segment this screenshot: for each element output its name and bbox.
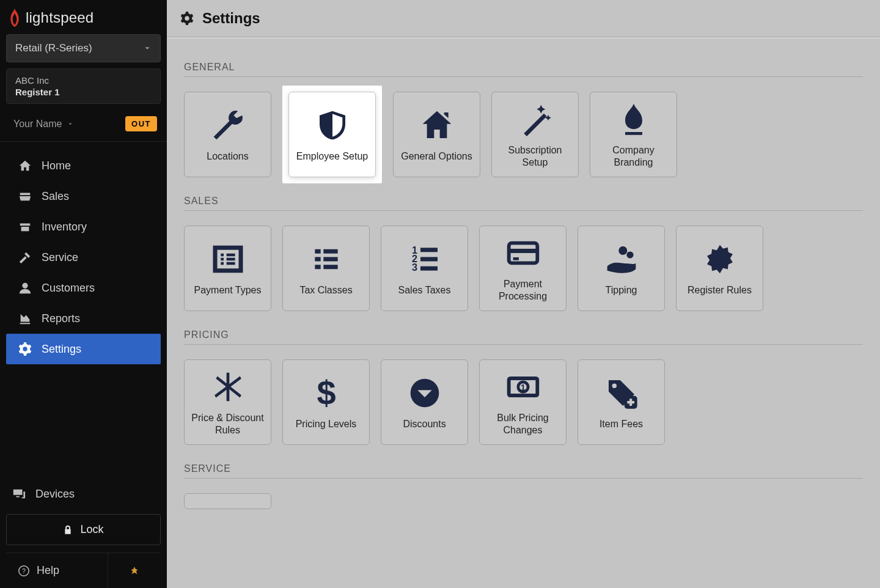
help-button[interactable]: ? Help	[6, 553, 108, 588]
company-name: ABC Inc	[15, 75, 152, 86]
tile-label: Item Fees	[600, 418, 643, 430]
tile-general-options[interactable]: General Options	[393, 92, 480, 177]
box-icon	[18, 220, 32, 233]
product-selector[interactable]: Retail (R-Series)	[6, 34, 161, 62]
list-box-icon	[211, 242, 245, 276]
user-menu[interactable]: Your Name	[13, 119, 74, 130]
sidebar-bottom: Devices Lock ? Help	[0, 472, 167, 588]
svg-point-14	[612, 384, 616, 388]
tile-payment-types[interactable]: Payment Types	[184, 226, 271, 311]
wand-icon	[518, 102, 552, 136]
product-name: Retail (R-Series)	[15, 42, 92, 54]
nav-label: Home	[42, 160, 71, 172]
svg-text:$: $	[317, 376, 336, 410]
lock-button[interactable]: Lock	[6, 514, 161, 545]
tile-payment-processing[interactable]: Payment Processing	[479, 226, 566, 311]
tile-employee-setup[interactable]: Employee Setup	[288, 92, 376, 177]
gear-icon	[180, 12, 194, 25]
flame-stand-icon	[617, 102, 651, 136]
dollar-icon: $	[309, 376, 343, 410]
company-register-box[interactable]: ABC Inc Register 1	[6, 68, 161, 104]
tile-register-rules[interactable]: Register Rules	[676, 226, 763, 311]
hand-coins-icon	[604, 242, 639, 276]
svg-point-7	[618, 246, 627, 255]
tile-locations[interactable]: Locations	[184, 92, 271, 177]
tile-label: Discounts	[403, 418, 446, 430]
chevron-circle-down-icon	[408, 376, 442, 410]
tile-label: Bulk Pricing Changes	[486, 412, 560, 436]
tile-label: Subscription Setup	[498, 144, 572, 169]
tile-label: Pricing Levels	[296, 418, 357, 430]
nav-settings[interactable]: Settings	[6, 334, 161, 364]
tile-label: Tax Classes	[299, 284, 352, 296]
tile-label: Sales Taxes	[398, 284, 451, 296]
tile-discounts[interactable]: Discounts	[381, 359, 468, 445]
devices-icon	[12, 487, 26, 501]
primary-nav: Home Sales Inventory Service Customers R…	[0, 142, 167, 472]
section-pricing-tiles: Price & Discount Rules $ Pricing Levels …	[184, 359, 863, 445]
nav-sales[interactable]: Sales	[6, 181, 161, 211]
wrench-icon	[211, 108, 245, 142]
nav-label: Devices	[35, 488, 75, 501]
nav-service[interactable]: Service	[6, 242, 161, 273]
pin-button[interactable]	[108, 553, 161, 588]
page-header: Settings	[167, 0, 880, 37]
tile-pricing-levels[interactable]: $ Pricing Levels	[282, 359, 370, 445]
svg-point-0	[22, 283, 28, 288]
lock-icon	[63, 525, 73, 535]
tile-label: Register Rules	[688, 284, 752, 296]
tile-tax-classes[interactable]: Tax Classes	[282, 226, 370, 311]
list-icon	[309, 242, 343, 276]
settings-content: GENERAL Locations Employee Setup General…	[167, 37, 880, 527]
section-pricing-label: PRICING	[184, 311, 863, 345]
tile-label: Employee Setup	[296, 150, 368, 163]
help-bar: ? Help	[6, 553, 161, 588]
status-badge[interactable]: OUT	[125, 116, 157, 131]
nav-label: Service	[42, 251, 78, 264]
pin-icon	[130, 566, 139, 576]
flame-icon	[9, 9, 21, 27]
section-sales-tiles: Payment Types Tax Classes 123 Sales Taxe…	[184, 226, 863, 311]
nav-label: Sales	[42, 190, 69, 203]
nav-devices[interactable]: Devices	[6, 479, 161, 509]
tile-label: General Options	[401, 150, 472, 163]
nav-reports[interactable]: Reports	[6, 303, 161, 334]
nav-home[interactable]: Home	[6, 150, 161, 181]
asterisk-icon	[211, 370, 245, 404]
credit-card-icon	[506, 236, 540, 270]
lock-label: Lock	[80, 523, 103, 536]
nav-inventory[interactable]: Inventory	[6, 211, 161, 242]
chart-icon	[18, 312, 32, 325]
tile-subscription-setup[interactable]: Subscription Setup	[491, 92, 579, 177]
tile-bulk-pricing-changes[interactable]: 1 Bulk Pricing Changes	[479, 359, 566, 445]
tile-company-branding[interactable]: Company Branding	[590, 92, 677, 177]
nav-label: Reports	[42, 312, 80, 325]
tile-label: Tipping	[606, 284, 637, 296]
nav-customers[interactable]: Customers	[6, 273, 161, 303]
tile-sales-taxes[interactable]: 123 Sales Taxes	[381, 226, 468, 311]
section-service-tiles	[184, 493, 863, 509]
page-title: Settings	[202, 10, 260, 27]
nav-label: Inventory	[42, 221, 87, 233]
section-service-label: SERVICE	[184, 445, 863, 479]
svg-text:3: 3	[412, 262, 417, 273]
register-name: Register 1	[15, 87, 152, 97]
bill-icon: 1	[506, 370, 540, 404]
numbered-list-icon: 123	[408, 242, 442, 276]
tile-partial[interactable]	[184, 493, 271, 509]
cash-register-icon	[18, 189, 32, 203]
tile-price-discount-rules[interactable]: Price & Discount Rules	[184, 359, 271, 445]
tile-tipping[interactable]: Tipping	[578, 226, 665, 311]
help-label: Help	[37, 564, 59, 577]
user-name: Your Name	[13, 119, 62, 130]
section-general-label: GENERAL	[184, 43, 863, 77]
main-content: Settings GENERAL Locations Employee Setu…	[167, 0, 880, 588]
svg-point-8	[626, 251, 633, 258]
tile-label: Payment Types	[194, 284, 262, 296]
question-icon: ?	[18, 565, 29, 576]
chevron-down-icon	[67, 120, 74, 128]
seal-icon	[703, 242, 737, 276]
home-icon	[18, 159, 32, 172]
tile-item-fees[interactable]: Item Fees	[578, 359, 665, 445]
sidebar: lightspeed Retail (R-Series) ABC Inc Reg…	[0, 0, 167, 588]
